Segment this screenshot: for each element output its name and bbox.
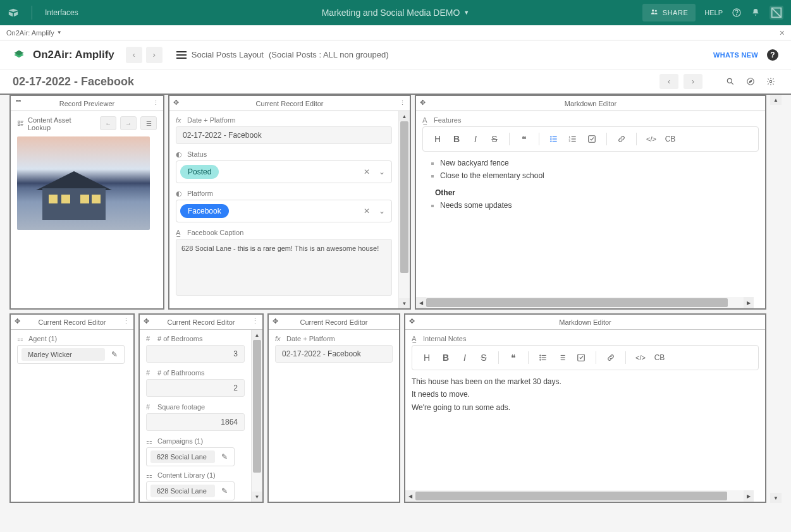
quote-button[interactable]: ❝ [505,349,522,366]
bold-button[interactable]: B [438,349,454,366]
field-bathrooms[interactable]: 2 [146,379,245,397]
markdown-toolbar: H B I S ❝ [412,345,759,370]
clear-icon[interactable]: ✕ [361,207,372,215]
scroll-left-icon[interactable]: ◀ [405,490,415,502]
markdown-content-features[interactable]: New backyard fence Close to the elementa… [422,157,759,212]
scroll-up-icon[interactable]: ▲ [252,330,262,340]
more-icon[interactable]: ⋮ [152,99,159,107]
nav-back-button[interactable]: ‹ [126,47,142,63]
field-platform[interactable]: Facebook ✕ ⌄ [176,200,392,222]
markdown-content-internal-notes[interactable]: This house has been on the market 30 day… [412,375,759,414]
linked-record-campaign[interactable]: 628 Social Lane ✎ [146,447,235,466]
canvas-scrollbar-vertical[interactable]: ▲ [770,95,782,310]
ul-button[interactable] [546,131,562,147]
drag-handle-icon[interactable]: ✥ [173,99,179,107]
help-icon[interactable] [732,8,742,18]
scrollbar[interactable]: ▲ ▼ [398,111,410,308]
airtable-logo-icon[interactable] [8,7,19,18]
strike-button[interactable]: S [486,131,503,147]
linked-record-agent[interactable]: Marley Wicker ✎ [17,345,125,364]
list-view-button[interactable]: ☰ [140,116,157,130]
layout-name[interactable]: Social Posts Layout [192,50,264,59]
next-image-button[interactable]: → [120,116,137,130]
italic-button[interactable]: I [467,131,484,147]
field-label-campaigns: Campaigns (1) [157,437,203,445]
field-bedrooms[interactable]: 3 [146,345,245,363]
base-title[interactable]: Marketing and Social Media DEMO ▼ [322,8,470,18]
link-button[interactable] [603,349,619,366]
pencil-icon[interactable]: ✎ [109,350,120,359]
scroll-left-icon[interactable]: ◀ [416,297,426,308]
scroll-up-icon[interactable]: ▲ [770,95,782,105]
italic-button[interactable]: I [457,349,473,366]
scroll-right-icon[interactable]: ▶ [744,490,754,502]
quote-button[interactable]: ❝ [516,131,532,147]
scrollbar[interactable]: ◀ ▶ [405,490,754,502]
scroll-right-icon[interactable]: ▶ [744,297,754,308]
ol-button[interactable]: 123 [565,131,581,147]
close-icon[interactable]: × [780,28,785,38]
drag-handle-icon[interactable]: ✥ [420,99,426,107]
ol-button[interactable] [554,349,570,366]
nav-forward-button[interactable]: › [146,47,162,63]
gear-icon[interactable] [763,74,778,89]
code-button[interactable]: </> [632,349,649,366]
bell-icon[interactable] [751,8,761,18]
field-label-bedrooms: # of Bedrooms [157,335,203,342]
menu-icon[interactable] [176,51,187,59]
record-prev-button[interactable]: ‹ [659,74,678,89]
field-date-platform-mini[interactable]: 02-17-2022 - Facebook [275,345,393,363]
codeblock-button[interactable]: CB [651,349,668,366]
select-icon: ◐ [176,190,183,197]
linked-record-content-library[interactable]: 628 Social Lane ✎ [146,481,235,500]
checklist-button[interactable] [584,131,600,147]
drag-handle-icon[interactable]: ✥ [15,317,20,325]
drag-handle-icon[interactable]: ✥ [144,317,149,325]
pencil-icon[interactable]: ✎ [219,487,230,495]
scrollbar[interactable]: ◀ ▶ [416,297,754,308]
strike-button[interactable]: S [475,349,492,366]
more-icon[interactable]: ⋮ [399,99,406,107]
prev-image-button[interactable]: ← [100,116,116,130]
help-link[interactable]: HELP [704,9,723,16]
clear-icon[interactable]: ✕ [361,167,372,176]
heading-button[interactable]: H [429,131,446,147]
more-icon[interactable]: ⋮ [123,317,130,325]
pencil-icon[interactable]: ✎ [219,452,230,461]
nav-interfaces[interactable]: Interfaces [45,8,78,17]
svg-rect-17 [18,124,20,126]
drag-handle-icon[interactable]: ✥ [409,317,415,325]
ul-button[interactable] [535,349,551,366]
field-date-platform[interactable]: 02-17-2022 - Facebook [176,126,392,144]
more-icon[interactable]: ⋮ [252,317,259,325]
scroll-down-icon[interactable]: ▼ [770,493,782,503]
heading-button[interactable]: H [419,349,435,366]
chevron-down-icon[interactable]: ⌄ [376,207,388,215]
whats-new-link[interactable]: WHATS NEW [713,51,758,59]
code-button[interactable]: </> [643,131,659,147]
field-status[interactable]: Posted ✕ ⌄ [176,160,392,183]
codeblock-button[interactable]: CB [662,131,678,147]
record-title-bar: 02-17-2022 - Facebook ‹ › [0,70,791,95]
field-sqft[interactable]: 1864 [146,413,245,431]
bold-button[interactable]: B [448,131,465,147]
field-caption[interactable]: 628 Social Lane - this is a rare gem! Th… [176,239,392,296]
canvas-scrollbar-vertical[interactable]: ▼ [770,313,782,503]
scroll-up-icon[interactable]: ▲ [399,111,410,121]
link-button[interactable] [613,131,630,147]
scroll-down-icon[interactable]: ▼ [252,492,262,502]
scroll-down-icon[interactable]: ▼ [399,298,410,308]
checklist-button[interactable] [573,349,589,366]
compass-icon[interactable] [743,74,758,89]
chevron-down-icon[interactable]: ⌄ [376,167,388,176]
search-icon[interactable] [723,74,738,89]
drag-handle-icon[interactable] [15,99,22,107]
share-button[interactable]: SHARE [642,4,696,21]
help-circle-icon[interactable]: ? [767,49,778,61]
chevron-down-icon[interactable]: ▼ [57,30,62,35]
external-app-icon[interactable] [770,6,783,20]
preview-image[interactable] [17,136,150,230]
drag-handle-icon[interactable]: ✥ [273,317,278,325]
record-next-button[interactable]: › [684,74,702,89]
scrollbar[interactable]: ▲ ▼ [251,330,262,502]
